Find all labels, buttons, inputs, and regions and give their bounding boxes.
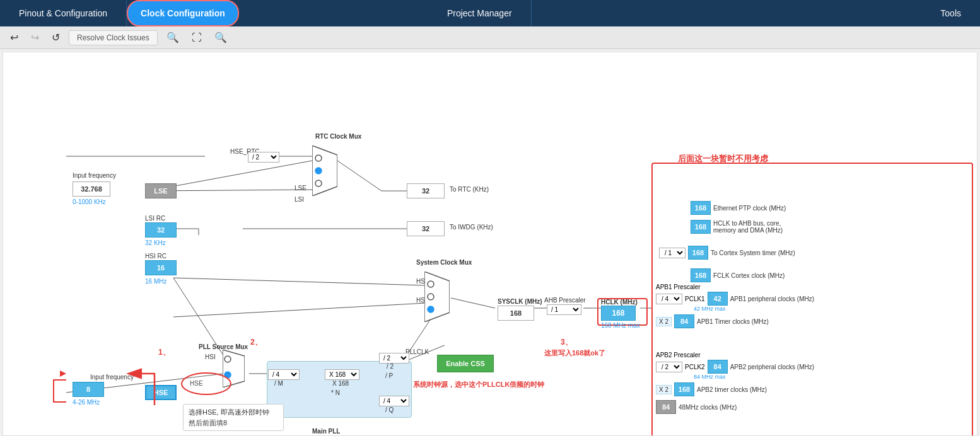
main-pll-label: Main PLL [312, 428, 340, 435]
diagram-area: Input frequency 32.768 0-1000 KHz LSE LS… [3, 52, 977, 436]
lsi-rc-block[interactable]: 32 [145, 222, 177, 238]
ahb-div-select[interactable]: / 1 [547, 304, 581, 315]
undo-button[interactable]: ↩ [6, 29, 22, 46]
annotation-2: 2、 [250, 337, 262, 348]
zoom-in-button[interactable]: 🔍 [163, 29, 183, 46]
enable-css-button[interactable]: Enable CSS [437, 355, 494, 372]
pclk2-max: 84 MHz max [694, 374, 814, 380]
lse-block[interactable]: LSE [145, 183, 177, 198]
divQ-sub: / Q [385, 406, 394, 413]
toolbar: ↩ ↪ ↺ Resolve Clock Issues 🔍 ⛶ 🔍 [0, 26, 980, 49]
apb1-pclk1-row: / 4 PCLK1 42 APB1 peripheral clocks (MHz… [656, 292, 814, 306]
apb2-timer-val: 168 [674, 382, 694, 396]
fullscreen-button[interactable]: ⛶ [188, 30, 206, 46]
input-freq-value-2[interactable]: 8 [73, 382, 104, 397]
xN-label: X 168 [332, 380, 349, 387]
chinese-text-2: 系统时钟源，选中这个PLLCLK倍频的时钟 [413, 380, 544, 389]
hse-block[interactable]: HSE [145, 385, 177, 400]
svg-point-33 [225, 356, 231, 362]
lsi-mux-label: LSI [295, 196, 304, 203]
ahb-prescaler-label: AHB Prescaler [544, 297, 586, 304]
x2-apb1: X 2 [656, 317, 672, 326]
hclk-box[interactable]: 168 [601, 306, 636, 321]
svg-point-25 [315, 155, 322, 161]
annotation-1: 1、 [158, 347, 170, 358]
cortex-label: To Cortex System timer (MHz) [711, 250, 795, 256]
apb2-periph-label: APB2 peripheral clocks (MHz) [730, 364, 814, 370]
hsi-rc-block[interactable]: 16 [145, 260, 177, 275]
divQ-select[interactable]: / 4 [379, 396, 409, 406]
output-row-ethernet: 168 Ethernet PTP clock (MHz) [691, 201, 786, 215]
annotation-3: 3、 [561, 337, 573, 348]
rtc-mux-shape [312, 146, 337, 196]
zoom-out-button[interactable]: 🔍 [211, 29, 231, 46]
svg-point-27 [315, 180, 322, 186]
rtc-val-box[interactable]: 32 [407, 183, 445, 198]
ethernet-label: Ethernet PTP clock (MHz) [713, 205, 786, 212]
divM-select[interactable]: / 4 [268, 369, 300, 380]
divP-select[interactable]: / 2 [379, 353, 409, 364]
xN-select[interactable]: X 168 [325, 369, 359, 380]
svg-point-26 [315, 168, 322, 174]
lsi-rc-unit: 32 KHz [145, 239, 166, 246]
apb1-periph-label: APB1 peripheral clocks (MHz) [730, 295, 814, 302]
redo-button[interactable]: ↪ [27, 29, 43, 46]
divM-label: / M [274, 380, 283, 387]
ethernet-val: 168 [691, 201, 711, 215]
svg-point-30 [428, 294, 434, 300]
input-freq-range-2: 4-26 MHz [73, 399, 100, 406]
input-freq-label-2: Input frequency [90, 374, 134, 381]
svg-point-31 [428, 306, 434, 313]
resolve-button[interactable]: Resolve Clock Issues [69, 30, 158, 45]
48mhz-label: 48MHz clocks (MHz) [679, 404, 737, 411]
x2-apb2: X 2 [656, 385, 672, 394]
svg-line-13 [451, 298, 495, 308]
apb2-prescaler-label: APB2 Prescaler [656, 352, 814, 359]
apb2-timer-row: X 2 168 APB2 timer clocks (MHz) [656, 382, 814, 396]
hclk-label: HCLK (MHz) [601, 299, 638, 306]
hsi-rc-unit: 16 MHz [145, 278, 166, 285]
sysclk-box[interactable]: 168 [498, 306, 534, 321]
nav-tools[interactable]: Tools [921, 0, 980, 26]
input-freq-range-1: 0-1000 KHz [73, 198, 106, 205]
apb2-timer-label: APB2 timer clocks (MHz) [697, 386, 767, 393]
apb1-section: APB1 Prescaler / 4 PCLK1 42 APB1 periphe… [656, 284, 814, 328]
right-section: 168 Ethernet PTP clock (MHz) 168 HCLK to… [651, 163, 973, 436]
chinese-box-1: 选择HSE, 即高速外部时钟 然后前面填8 [183, 404, 284, 431]
refresh-button[interactable]: ↺ [48, 29, 64, 46]
system-mux-label: System Clock Mux [416, 259, 472, 266]
apb2-div-select[interactable]: / 2 [656, 362, 682, 372]
fclk-label: FCLK Cortex clock (MHz) [713, 272, 785, 279]
hsi-rc-label: HSI RC [145, 253, 166, 260]
svg-line-10 [173, 278, 426, 285]
hse-selection-annotation [181, 372, 231, 395]
top-nav: Pinout & Configuration Clock Configurati… [0, 0, 980, 26]
nav-pinout[interactable]: Pinout & Configuration [0, 0, 127, 26]
hclk-ahb-label: HCLK to AHB bus, core,memory and DMA (MH… [713, 220, 783, 234]
pclk1-label: PCLK1 [685, 295, 705, 302]
nav-clock[interactable]: Clock Configuration [127, 0, 239, 26]
pclk2-val: 84 [708, 360, 728, 374]
apb1-timer-row: X 2 84 APB1 Timer clocks (MHz) [656, 314, 814, 328]
divP-label: / 2 [387, 363, 394, 370]
apb1-timer-label: APB1 Timer clocks (MHz) [697, 318, 769, 325]
pclk2-label: PCLK2 [685, 364, 705, 370]
hsi-pll-label: HSI [205, 353, 216, 360]
svg-line-11 [173, 303, 426, 317]
xN-sub: * N [331, 389, 340, 396]
iwdg-val-box[interactable]: 32 [407, 221, 445, 236]
div2-select[interactable]: / 2 [248, 152, 279, 163]
nav-project[interactable]: Project Manager [428, 0, 532, 26]
cortex-prescaler[interactable]: / 1 [659, 248, 685, 258]
hclk-max: 168 MHz max [601, 322, 640, 329]
cortex-row: / 1 168 To Cortex System timer (MHz) [659, 246, 795, 260]
svg-point-29 [428, 281, 434, 287]
input-freq-value-1[interactable]: 32.768 [73, 181, 110, 197]
48mhz-row: 84 48MHz clocks (MHz) [656, 400, 814, 414]
cortex-val: 168 [688, 246, 708, 260]
to-iwdg-label: To IWDG (KHz) [450, 224, 493, 231]
apb1-div-select[interactable]: / 4 [656, 294, 682, 304]
48mhz-val: 84 [656, 400, 676, 414]
apb2-pclk2-row: / 2 PCLK2 84 APB2 peripheral clocks (MHz… [656, 360, 814, 374]
pclk1-val: 42 [708, 292, 728, 306]
